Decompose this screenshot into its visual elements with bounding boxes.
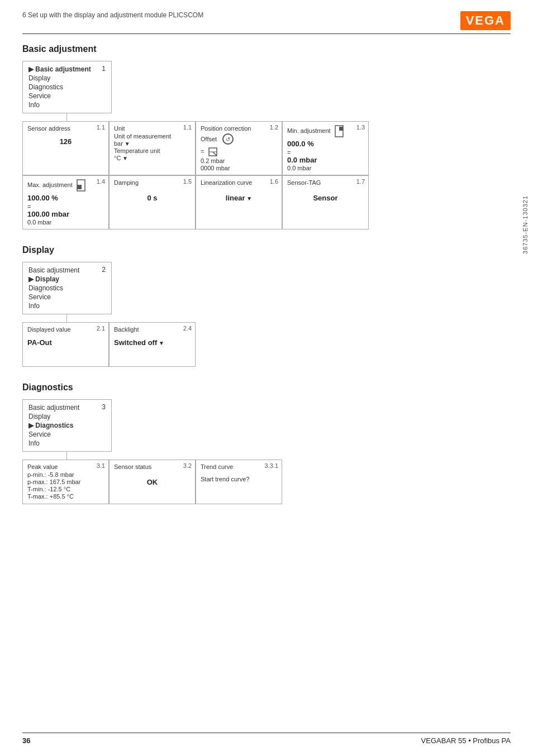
peak-value-box: 3.1 Peak value p-min.: -5.8 mbar p-max.:… <box>22 460 109 504</box>
diagnostics-row1: 3.1 Peak value p-min.: -5.8 mbar p-max.:… <box>22 460 511 504</box>
menu-item-display-3[interactable]: Display <box>28 412 106 421</box>
tmin-value: T-min.: -12.5 °C <box>27 486 104 492</box>
menu-item-diagnostics-3[interactable]: Diagnostics <box>28 421 106 430</box>
header-text: 6 Set up with the display and adjustment… <box>22 11 203 19</box>
max-adj-slider-icon <box>74 181 87 188</box>
tmax-value: T-max.: +85.5 °C <box>27 493 104 500</box>
vert-connector-3 <box>66 452 511 460</box>
menu-item-basic-2[interactable]: Basic adjustment <box>28 266 106 275</box>
menu-item-diagnostics-2[interactable]: Diagnostics <box>28 284 106 293</box>
linearization-box: 1.6 Linearization curve linear <box>196 175 282 229</box>
basic-adjustment-section: Basic adjustment 1 Basic adjustment Disp… <box>22 44 511 229</box>
position-icon: ↺ <box>222 133 234 146</box>
diagnostics-heading: Diagnostics <box>22 382 511 393</box>
menu-item-display[interactable]: Display <box>28 74 106 83</box>
damping-box: 1.5 Damping 0 s <box>109 175 196 229</box>
vega-logo: VEGA <box>460 11 511 30</box>
menu-item-info-3[interactable]: Info <box>28 439 106 448</box>
diagnostics-section: Diagnostics 3 Basic adjustment Display D… <box>22 382 511 504</box>
displayed-value-box: 2.1 Displayed value PA-Out <box>22 322 109 367</box>
svg-line-4 <box>213 152 217 156</box>
menu-item-info[interactable]: Info <box>28 101 106 109</box>
diagnostics-menu: 3 Basic adjustment Display Diagnostics S… <box>22 399 112 452</box>
menu-item-service-2[interactable]: Service <box>28 293 106 302</box>
display-heading: Display <box>22 245 511 255</box>
basic-adjustment-heading: Basic adjustment <box>22 44 511 54</box>
displayed-value: PA-Out <box>27 338 104 347</box>
display-menu: 2 Basic adjustment Display Diagnostics S… <box>22 262 112 314</box>
basic-row2: 1.4 Max. adjustment 100.00 % = 100.00 mb… <box>22 175 511 229</box>
position-correction-box: 1.2 Position correction Offset ↺ = 0.2 m… <box>196 121 282 175</box>
pmin-value: p-min.: -5.8 mbar <box>27 471 104 478</box>
document-number: 36735-EN-130321 <box>522 195 529 254</box>
sensor-tag-box: 1.7 Sensor-TAG Sensor <box>282 175 369 229</box>
menu-item-info-2[interactable]: Info <box>28 302 106 310</box>
pmax-value: p-max.: 167.5 mbar <box>27 479 104 485</box>
page-header: 6 Set up with the display and adjustment… <box>22 11 511 34</box>
vert-connector-2 <box>66 314 511 322</box>
trend-curve-sub: Start trend curve? <box>201 476 277 482</box>
svg-rect-8 <box>77 185 82 189</box>
sensor-address-box: 1.1 Sensor address 126 <box>22 121 109 175</box>
vega-logo-text: VEGA <box>460 11 511 30</box>
unit-measurement-value[interactable]: bar <box>114 140 191 147</box>
basic-adjustment-menu: 1 Basic adjustment Display Diagnostics S… <box>22 61 112 113</box>
trend-curve-box: 3.3.1 Trend curve Start trend curve? <box>196 460 282 504</box>
temp-unit-value[interactable]: °C <box>114 155 191 161</box>
min-adj-value: 000.0 % <box>287 140 364 148</box>
min-adj-mbar: 0.0 mbar <box>287 156 364 164</box>
sensor-address-value: 126 <box>27 137 104 146</box>
svg-text:↺: ↺ <box>226 136 230 142</box>
menu-item-display-2[interactable]: Display <box>28 275 106 284</box>
sensor-status-box: 3.2 Sensor status OK <box>109 460 196 504</box>
menu-item-service-3[interactable]: Service <box>28 430 106 439</box>
display-row1: 2.1 Displayed value PA-Out 2.4 Backlight… <box>22 322 511 367</box>
linearization-value[interactable]: linear <box>201 194 277 202</box>
page-footer: 36 VEGABAR 55 • Profibus PA <box>22 733 511 745</box>
min-adjustment-box: 1.3 Min. adjustment 000.0 % = 0.0 mbar 0… <box>282 121 369 175</box>
menu-item-diagnostics[interactable]: Diagnostics <box>28 83 106 92</box>
vert-connector-1 <box>66 113 112 121</box>
footer-title: VEGABAR 55 • Profibus PA <box>421 736 511 745</box>
svg-rect-6 <box>339 127 343 131</box>
sensor-tag-value: Sensor <box>287 194 364 202</box>
max-adj-value: 100.00 % <box>27 194 104 202</box>
sensor-status-value: OK <box>114 478 191 486</box>
menu-item-basic-3[interactable]: Basic adjustment <box>28 403 106 412</box>
max-adj-mbar: 100.00 mbar <box>27 210 104 218</box>
min-adj-slider-icon <box>332 127 345 134</box>
backlight-box: 2.4 Backlight Switched off <box>109 322 196 367</box>
menu-item-basic[interactable]: Basic adjustment <box>28 65 106 74</box>
basic-row1: 1.1 Sensor address 126 1.1 Unit Unit of … <box>22 121 511 175</box>
unit-box: 1.1 Unit Unit of measurement bar Tempera… <box>109 121 196 175</box>
max-adjustment-box: 1.4 Max. adjustment 100.00 % = 100.00 mb… <box>22 175 109 229</box>
backlight-value[interactable]: Switched off <box>114 338 191 347</box>
display-section: Display 2 Basic adjustment Display Diagn… <box>22 245 511 367</box>
menu-item-service[interactable]: Service <box>28 92 106 101</box>
footer-page-number: 36 <box>22 736 30 745</box>
damping-value: 0 s <box>114 194 191 202</box>
